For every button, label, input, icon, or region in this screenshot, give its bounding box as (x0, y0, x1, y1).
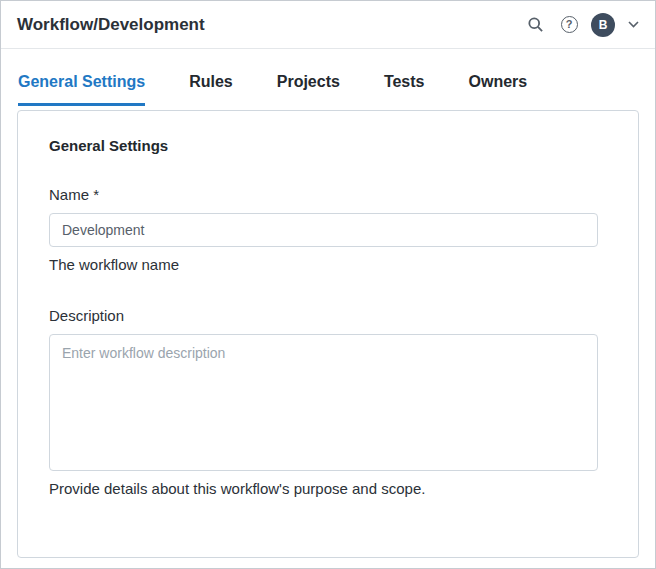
description-label: Description (49, 307, 598, 324)
name-input[interactable] (49, 213, 598, 247)
description-textarea[interactable] (49, 334, 598, 471)
tab-tests[interactable]: Tests (384, 73, 425, 106)
avatar[interactable]: B (591, 13, 615, 37)
help-glyph: ? (561, 16, 578, 33)
app-window: Workflow/Development ? B General Setti (0, 0, 656, 569)
avatar-initial: B (599, 18, 608, 32)
description-help-text: Provide details about this workflow's pu… (49, 480, 598, 497)
tab-general-settings[interactable]: General Settings (18, 73, 145, 106)
tab-projects[interactable]: Projects (277, 73, 340, 106)
tab-rules[interactable]: Rules (189, 73, 233, 106)
name-label: Name * (49, 186, 598, 203)
tab-bar: General Settings Rules Projects Tests Ow… (1, 49, 655, 106)
tab-owners[interactable]: Owners (468, 73, 527, 106)
search-icon[interactable] (523, 13, 547, 37)
top-bar-actions: ? B (523, 13, 641, 37)
name-help-text: The workflow name (49, 256, 598, 273)
general-settings-card: General Settings Name * The workflow nam… (17, 110, 639, 558)
page-title: Workflow/Development (17, 15, 205, 35)
chevron-down-icon[interactable] (625, 13, 641, 37)
section-title: General Settings (49, 137, 598, 154)
help-icon[interactable]: ? (557, 13, 581, 37)
top-bar: Workflow/Development ? B (1, 1, 655, 49)
spacer (49, 273, 598, 307)
